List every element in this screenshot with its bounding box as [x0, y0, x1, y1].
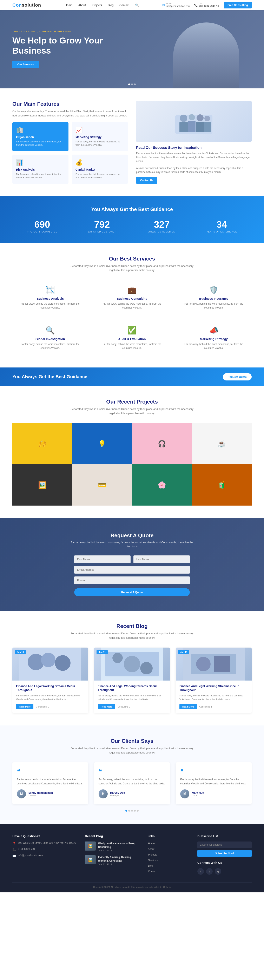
project-flowers[interactable]: 🌸	[132, 465, 192, 506]
blog-post-1-footer: Read More Consulting 1	[16, 704, 85, 710]
footer-grid: Have a Questions? 📍 198 West 21th Street…	[12, 834, 252, 875]
svg-point-17	[140, 662, 153, 675]
t-dot-4[interactable]	[134, 810, 136, 811]
footer-blog-post-1-date: Jan. 12, 2019	[98, 850, 112, 852]
nav-home[interactable]: Home	[65, 3, 72, 7]
service-marketing-strategy-desc: Far far away, behind the word mountains,…	[180, 342, 248, 350]
phone-value: +01 1234 2340 96	[199, 5, 219, 8]
testimonial-2-author: H Harvey Doe Manager	[99, 789, 165, 799]
footer-contact-col: Have a Questions? 📍 198 West 21th Street…	[12, 834, 78, 875]
stat-customers: 792 SATISFIED CUSTOMER	[72, 220, 132, 233]
nav-search[interactable]: 🔍	[135, 3, 139, 7]
header-email: ✉ Email: info@consolution.com	[162, 3, 190, 8]
features-grid: Our Main Features On the way she was a d…	[12, 101, 252, 184]
blog-post-1-body: Finance And Legal Working Streams Occur …	[12, 681, 88, 713]
stat-projects-label: PROJECTS COMPLETED	[16, 231, 68, 233]
footer-link-about[interactable]: About	[147, 848, 155, 851]
service-global-investigation-title: Global Investigation	[16, 337, 84, 341]
footer-blog-post-2-title: Evidently Amazing Thinking Working, Cons…	[98, 856, 131, 862]
t-dot-2[interactable]	[128, 810, 130, 811]
quote-form: Request A Quote	[74, 555, 190, 596]
testimonial-1-author: M Mindy Handelsman Director	[17, 789, 84, 799]
hero-content: TOWARD TALENT, TOMORROW SUCCESS We Help …	[12, 30, 111, 68]
t-dot-3[interactable]	[131, 810, 133, 811]
hero-dot-3[interactable]	[134, 83, 136, 85]
svg-rect-21	[214, 656, 230, 672]
svg-rect-6	[188, 121, 195, 132]
service-business-consulting: 💼 Business Consulting Far far away, behi…	[94, 281, 170, 315]
nav-projects[interactable]: Projects	[91, 3, 102, 7]
blog-post-3: Jan 11 Finance And Legal Working Streams…	[176, 648, 252, 713]
project-headphones[interactable]: 🎧	[132, 423, 192, 465]
t-dot-5[interactable]	[137, 810, 139, 811]
footer-email-input[interactable]	[197, 842, 252, 848]
service-business-analysis-desc: Far far away, behind the word mountains,…	[16, 302, 84, 310]
feature-risk-title: Risk Analysis	[16, 168, 65, 171]
footer-phone: 📞 +1 888 380 434	[12, 848, 78, 851]
social-facebook-icon[interactable]: f	[197, 868, 204, 875]
quote-firstname-input[interactable]	[74, 555, 131, 563]
contact-us-button[interactable]: Contact Us	[136, 177, 157, 184]
social-twitter-icon[interactable]: t	[206, 868, 213, 875]
project-cards-inner: 💳	[72, 465, 132, 506]
project-coffee[interactable]: ☕	[192, 423, 252, 465]
testimonial-3-role: CEO	[192, 794, 204, 797]
phone-icon: 📞	[194, 3, 198, 7]
service-marketing-strategy: 📣 Marketing Strategy Far far away, behin…	[176, 321, 252, 355]
nav-about[interactable]: About	[78, 3, 86, 7]
blog-post-2: Jan 11 Finance And Legal Working Streams…	[94, 648, 170, 713]
project-mockup[interactable]: 🖼️	[12, 465, 72, 506]
our-services-button[interactable]: Our Services	[12, 60, 39, 68]
project-hands[interactable]: 🙌	[12, 423, 72, 465]
quote-email-input[interactable]	[74, 566, 190, 574]
quote-submit-button[interactable]: Request A Quote	[74, 588, 190, 596]
quote-lastname-input[interactable]	[133, 555, 190, 563]
footer-blog-col: Recent Blog 🖼️ Glad you All came around …	[85, 834, 139, 875]
features-section: Our Main Features On the way she was a d…	[0, 88, 264, 196]
footer-address-text: 198 West 21th Street, Suite 721 New York…	[18, 842, 76, 845]
footer-link-blog[interactable]: Blog	[147, 864, 153, 867]
hero-dot-1[interactable]	[128, 83, 130, 85]
phone-label: Call:	[199, 3, 219, 5]
blog-post-1-meta: Consulting 1	[36, 705, 49, 708]
nav-contact[interactable]: Contact	[119, 3, 129, 7]
testimonial-3-avatar: M	[180, 789, 189, 799]
social-google-icon[interactable]: g	[215, 868, 221, 875]
free-consulting-button[interactable]: Free Consulting	[224, 2, 252, 8]
stats-grid: 690 PROJECTS COMPLETED 792 SATISFIED CUS…	[12, 220, 252, 233]
footer-link-contact[interactable]: Contact	[147, 870, 157, 873]
request-quote-button[interactable]: Request Quote	[223, 373, 252, 380]
blog-post-2-date: Jan 11	[96, 650, 108, 654]
service-global-investigation: 🔍 Global Investigation Far far away, beh…	[12, 321, 88, 355]
footer-link-services[interactable]: Services	[147, 859, 158, 862]
project-cards[interactable]: 💳	[72, 465, 132, 506]
blog-post-3-read-more[interactable]: Read More	[179, 704, 197, 710]
guidance-banner-text: You Always Get the Best Guidance	[12, 374, 87, 379]
nav-blog[interactable]: Blog	[108, 3, 114, 7]
project-bulb[interactable]: 💡	[72, 423, 132, 465]
features-left: Our Main Features On the way she was a d…	[12, 101, 128, 184]
blog-post-3-meta: Consulting 1	[199, 705, 212, 708]
project-bottle[interactable]: 🧃	[192, 465, 252, 506]
feature-organisation-desc: Far far away, behind the word mountains,…	[16, 140, 65, 147]
service-business-insurance: 🛡️ Business Insurance Far far away, behi…	[176, 281, 252, 315]
quote-phone-input[interactable]	[74, 576, 190, 584]
blog-post-2-read-more[interactable]: Read More	[98, 704, 115, 710]
footer-email-text: info@yourdomain.com	[18, 854, 43, 858]
blog-post-2-body: Finance And Legal Working Streams Occur …	[94, 681, 170, 713]
svg-rect-5	[179, 122, 188, 132]
footer-blog-post-1-title: Glad you All came around here, Consultin…	[98, 842, 135, 848]
clients-title: Our Clients Says	[12, 738, 252, 744]
hero-dot-2[interactable]	[131, 83, 133, 85]
features-subtitle: On the way she was a day. The rope named…	[12, 109, 128, 118]
footer-subscribe-button[interactable]: Subscribe Now!	[197, 850, 252, 857]
blog-post-1-read-more[interactable]: Read More	[16, 704, 34, 710]
project-hands-inner: 🙌	[12, 423, 72, 465]
blog-post-1-desc: Far far away, behind the word mountains,…	[16, 694, 85, 701]
footer-blog-title: Recent Blog	[85, 834, 139, 838]
footer-links-title: Links	[147, 834, 190, 838]
footer-link-home[interactable]: Home	[147, 842, 155, 845]
quote-icon-2: ❝	[99, 768, 165, 775]
footer-link-projects[interactable]: Projects	[147, 853, 157, 856]
t-dot-1[interactable]	[125, 810, 127, 811]
